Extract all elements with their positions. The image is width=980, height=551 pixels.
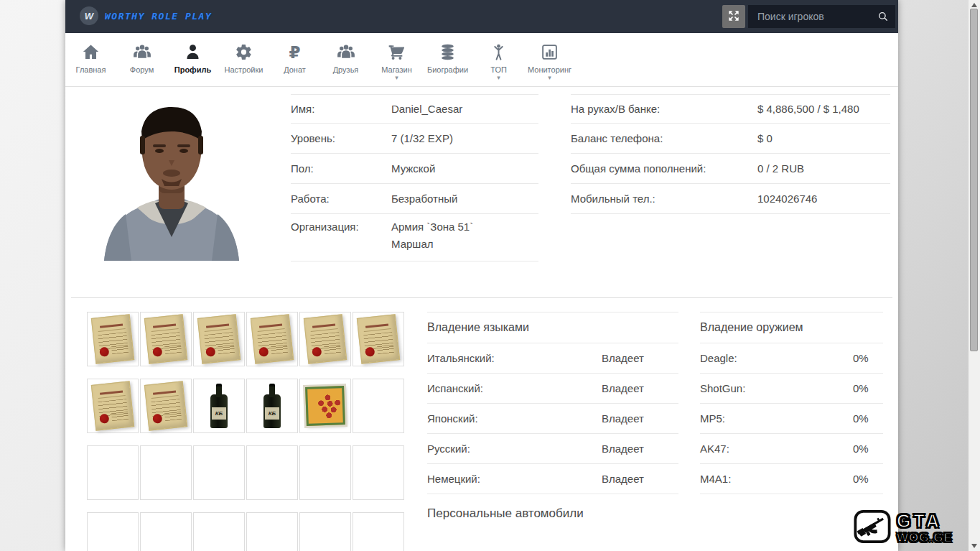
table-row: MP5: 0% (700, 404, 883, 434)
table-row: Мобильный тел.: 1024026746 (571, 184, 890, 214)
inventory-cell[interactable] (353, 445, 404, 500)
inventory-item (272, 540, 273, 540)
inventory-cell[interactable] (140, 312, 192, 366)
row-value: Владеет (602, 412, 678, 425)
inventory-cell[interactable] (299, 445, 351, 500)
weapons-table: Владение оружием Deagle: 0% ShotGun: 0% … (700, 312, 883, 494)
weapons-title: Владение оружием (700, 312, 883, 343)
row-label: Deagle: (700, 352, 853, 364)
inventory-grid: КБ КБ (87, 312, 407, 551)
org-name: Армия `Зона 51` (391, 221, 538, 233)
inventory-item (144, 314, 187, 364)
row-label: ShotGun: (700, 382, 853, 394)
row-label: Итальянский: (427, 352, 602, 364)
inventory-item (166, 540, 167, 540)
nav-item-shop[interactable]: Магазин ▾ (371, 33, 422, 86)
row-value: 1024026746 (757, 193, 890, 205)
nav-label: Мониторинг (528, 65, 571, 74)
table-row: Итальянский: Владеет (427, 343, 678, 374)
watermark-line1: GTA (897, 512, 953, 530)
inventory-cell[interactable] (246, 445, 298, 500)
table-row: Deagle: 0% (700, 343, 883, 374)
vehicles-title: Персональные автомобили (427, 506, 584, 521)
table-row: Баланс телефона: $ 0 (571, 124, 890, 154)
main-nav: Главная Форум Профиль Настройки ₽ Донат … (65, 33, 898, 87)
inventory-cell[interactable] (87, 379, 139, 433)
section-divider (71, 297, 892, 298)
table-row: Уровень: 7 (1/32 EXP) (291, 124, 538, 154)
nav-item-profile[interactable]: Профиль (167, 33, 218, 86)
row-value: Владеет (602, 473, 678, 485)
inventory-cell[interactable] (353, 312, 404, 366)
users-icon (133, 42, 151, 61)
scroll-up-arrow[interactable] (971, 3, 977, 7)
table-row: Испанский: Владеет (427, 374, 678, 404)
nav-label: ТОП (490, 65, 507, 74)
database-icon (439, 42, 457, 61)
table-row: Имя: Daniel_Caesar (291, 95, 538, 124)
table-row: Работа: Безработный (291, 184, 538, 214)
search-icon[interactable] (877, 10, 890, 26)
row-label: Русский: (427, 443, 602, 455)
inventory-cell[interactable] (87, 512, 139, 551)
inventory-cell[interactable] (299, 312, 351, 366)
nav-item-monitoring[interactable]: Мониторинг ▾ (524, 33, 575, 86)
inventory-cell[interactable] (87, 312, 139, 366)
table-row: Организация: Армия `Зона 51` Маршал (291, 214, 538, 261)
logo-text: WORTHY ROLE PLAY (105, 11, 212, 22)
row-value: Daniel_Caesar (391, 103, 538, 115)
chevron-down-icon: ▾ (395, 75, 398, 80)
nav-item-settings[interactable]: Настройки (218, 33, 269, 86)
languages-table: Владение языками Итальянский: Владеет Ис… (427, 312, 678, 494)
nav-item-donate[interactable]: ₽ Донат (269, 33, 320, 86)
chevron-down-icon: ▾ (548, 75, 551, 80)
inventory-cell[interactable]: КБ (193, 379, 245, 433)
row-value: Владеет (602, 443, 678, 455)
table-row: Русский: Владеет (427, 434, 678, 464)
nav-item-top[interactable]: ТОП ▾ (473, 33, 524, 86)
nav-item-forum[interactable]: Форум (116, 33, 167, 86)
watermark-line2: WOG.GE (897, 532, 953, 544)
inventory-cell[interactable] (140, 512, 192, 551)
inventory-cell[interactable] (193, 445, 245, 500)
inventory-cell[interactable] (299, 379, 351, 433)
scroll-down-arrow[interactable] (971, 544, 977, 548)
row-label: Баланс телефона: (571, 132, 757, 144)
row-label: Работа: (291, 193, 391, 205)
inventory-cell[interactable] (140, 445, 192, 500)
inventory-cell[interactable] (87, 445, 139, 500)
inventory-cell[interactable] (193, 312, 245, 366)
expand-button[interactable] (722, 5, 745, 28)
nav-item-friends[interactable]: Друзья (320, 33, 371, 86)
logo-icon: W (80, 6, 98, 25)
nav-item-home[interactable]: Главная (65, 33, 116, 86)
inventory-cell[interactable] (299, 512, 351, 551)
scrollbar-thumb[interactable] (970, 9, 978, 351)
inventory-cell[interactable]: КБ (246, 379, 298, 433)
search-input[interactable] (748, 5, 895, 28)
site-logo[interactable]: W WORTHY ROLE PLAY (80, 6, 212, 25)
inventory-cell[interactable] (353, 379, 404, 433)
avatar (87, 94, 256, 261)
inventory-item (144, 381, 187, 430)
table-row: Японский: Владеет (427, 404, 678, 434)
row-label: Японский: (427, 412, 602, 425)
inventory-item (305, 386, 345, 426)
inventory-cell[interactable] (193, 512, 245, 551)
row-label: На руках/В банке: (571, 103, 757, 115)
inventory-item (325, 473, 326, 473)
inventory-cell[interactable] (353, 512, 404, 551)
nav-item-biographies[interactable]: Биографии (422, 33, 473, 86)
row-value: 0% (853, 412, 883, 425)
inventory-cell[interactable] (140, 379, 192, 433)
nav-label: Форум (130, 65, 154, 74)
inventory-cell[interactable] (246, 512, 298, 551)
languages-title: Владение языками (427, 312, 678, 343)
row-value: Владеет (602, 352, 678, 364)
row-value: Армия `Зона 51` Маршал (391, 221, 538, 250)
vertical-scrollbar[interactable] (969, 0, 980, 551)
inventory-item (166, 473, 167, 473)
cart-icon (388, 42, 406, 61)
users-icon (337, 42, 355, 61)
inventory-cell[interactable] (246, 312, 298, 366)
